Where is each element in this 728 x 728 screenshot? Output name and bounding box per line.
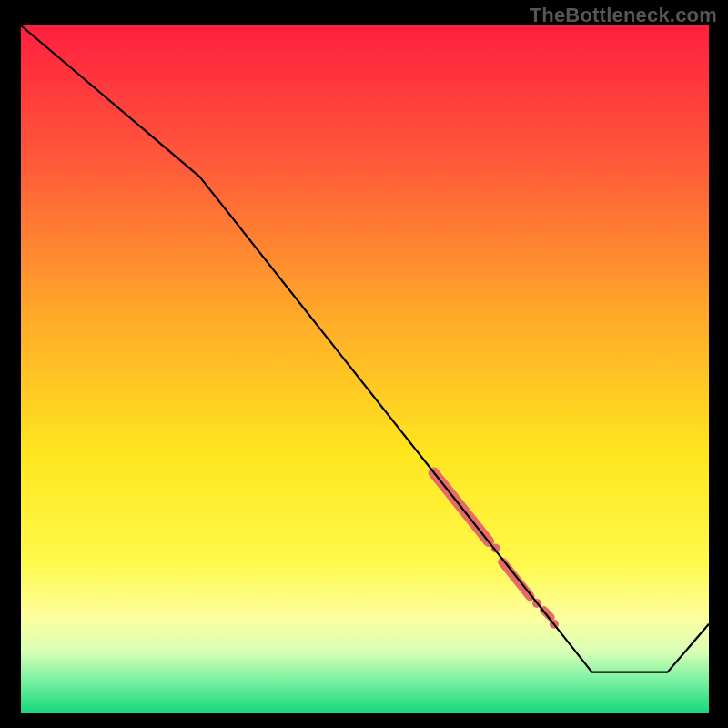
chart-stage: TheBottleneck.com [0,0,728,728]
plot-background [21,25,709,713]
chart-svg [0,0,728,728]
